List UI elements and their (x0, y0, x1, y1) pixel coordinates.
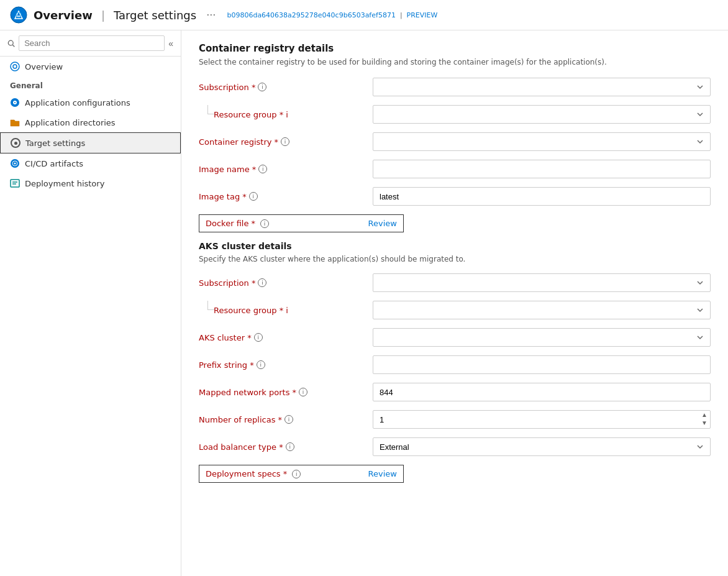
sidebar-item-cicd[interactable]: CI/CD artifacts (0, 153, 181, 173)
app-dirs-icon (10, 117, 20, 127)
resource-group-control (373, 105, 711, 124)
replicas-increment-button[interactable]: ▲ (701, 411, 708, 419)
overview-label: Overview (25, 62, 63, 71)
docker-file-info-icon[interactable]: i (260, 219, 269, 228)
deployment-specs-review-link[interactable]: Review (368, 469, 397, 478)
image-name-row: Image name * i (199, 160, 711, 178)
subscription-info-icon[interactable]: i (258, 83, 266, 91)
image-tag-info-icon[interactable]: i (249, 192, 258, 201)
sidebar-item-application-directories[interactable]: Application directories (0, 112, 181, 132)
load-balancer-row: Load balancer type * i External Internal (199, 437, 711, 456)
sidebar-collapse-button[interactable]: « (168, 39, 173, 48)
search-input[interactable] (19, 35, 165, 51)
prefix-string-control (373, 355, 711, 374)
prefix-string-input[interactable] (373, 355, 711, 374)
sidebar-item-target-settings[interactable]: Target settings (0, 132, 181, 153)
aks-subscription-select[interactable] (373, 273, 711, 292)
aks-subscription-row: Subscription * i (199, 273, 711, 292)
image-tag-input[interactable] (373, 187, 711, 206)
azure-logo-icon (10, 6, 27, 24)
general-section-label: General (0, 76, 181, 93)
target-settings-icon (11, 138, 20, 148)
replicas-control: ▲ ▼ (373, 410, 711, 429)
subscription-control (373, 78, 711, 96)
search-icon (7, 39, 15, 48)
preview-badge: PREVIEW (407, 11, 438, 19)
mapped-ports-label: Mapped network ports * i (199, 388, 373, 397)
aks-cluster-info-icon[interactable]: i (254, 333, 263, 342)
image-name-label: Image name * i (199, 165, 373, 174)
docker-file-row: Docker file * i Review (199, 214, 711, 232)
container-registry-control (373, 132, 711, 151)
resource-group-row: Resource group * i (199, 105, 711, 124)
header-separator: | (101, 9, 105, 22)
subscription-label: Subscription * i (199, 83, 373, 92)
app-title: Overview (34, 9, 93, 22)
container-registry-select[interactable] (373, 132, 711, 151)
resource-group-info-icon[interactable]: i (286, 110, 288, 119)
cicd-label: CI/CD artifacts (25, 159, 83, 168)
sidebar: « Overview General Application configura… (0, 30, 181, 576)
container-registry-desc: Select the container registry to be used… (199, 58, 711, 66)
aks-resource-group-control (373, 301, 711, 319)
header-meta: b09806da640638a295278e040c9b6503afef5871… (227, 11, 437, 19)
svg-point-8 (14, 102, 16, 103)
sidebar-item-app-configurations[interactable]: Application configurations (0, 93, 181, 112)
prefix-string-info-icon[interactable]: i (257, 360, 265, 369)
aks-cluster-select[interactable] (373, 328, 711, 347)
app-header: Overview | Target settings ··· b09806da6… (0, 0, 728, 30)
aks-resource-group-select[interactable] (373, 301, 711, 319)
deployment-specs-review-box: Deployment specs * i Review (199, 465, 404, 483)
aks-title: AKS cluster details (199, 241, 711, 251)
load-balancer-info-icon[interactable]: i (286, 442, 294, 451)
aks-resource-group-info-icon[interactable]: i (286, 306, 288, 315)
replicas-row: Number of replicas * i ▲ ▼ (199, 410, 711, 429)
cicd-icon (10, 158, 20, 168)
deployment-specs-info-icon[interactable]: i (292, 470, 301, 478)
svg-point-4 (11, 62, 19, 71)
app-configs-label: Application configurations (25, 98, 130, 107)
replicas-label: Number of replicas * i (199, 415, 373, 424)
subscription-select[interactable] (373, 78, 711, 96)
resource-group-label: Resource group * i (214, 110, 338, 119)
replicas-input[interactable] (373, 410, 711, 429)
aks-subscription-control (373, 273, 711, 292)
mapped-ports-input[interactable] (373, 383, 711, 401)
svg-point-0 (11, 7, 27, 23)
search-bar: « (0, 30, 181, 57)
mapped-ports-info-icon[interactable]: i (299, 388, 307, 396)
load-balancer-select[interactable]: External Internal (373, 437, 711, 456)
load-balancer-label: Load balancer type * i (199, 442, 373, 452)
load-balancer-control: External Internal (373, 437, 711, 456)
svg-line-3 (12, 45, 14, 47)
image-tag-row: Image tag * i (199, 187, 711, 206)
image-name-input[interactable] (373, 160, 711, 178)
container-registry-label: Container registry * i (199, 137, 373, 147)
aks-subscription-info-icon[interactable]: i (258, 278, 266, 287)
image-tag-label: Image tag * i (199, 192, 373, 201)
svg-rect-12 (11, 180, 19, 187)
aks-resource-group-row: Resource group * i (199, 301, 711, 319)
replicas-decrement-button[interactable]: ▼ (701, 419, 708, 427)
image-name-control (373, 160, 711, 178)
resource-group-select[interactable] (373, 105, 711, 124)
sidebar-item-overview[interactable]: Overview (0, 57, 181, 76)
container-registry-info-icon[interactable]: i (281, 137, 289, 146)
replicas-info-icon[interactable]: i (284, 415, 293, 424)
mapped-ports-control (373, 383, 711, 401)
docker-file-review-link[interactable]: Review (368, 219, 397, 228)
deployment-specs-label: Deployment specs * i (206, 469, 301, 478)
docker-file-review-box: Docker file * i Review (199, 214, 404, 232)
subscription-row: Subscription * i (199, 78, 711, 96)
page-title: Target settings (114, 9, 196, 22)
overview-icon (10, 62, 20, 71)
replicas-spinner: ▲ ▼ (701, 411, 708, 427)
aks-resource-group-label: Resource group * i (214, 306, 338, 315)
sidebar-item-deployment-history[interactable]: Deployment history (0, 173, 181, 193)
main-content: Container registry details Select the co… (181, 30, 728, 576)
app-configs-icon (10, 98, 20, 107)
more-options-icon[interactable]: ··· (206, 9, 216, 21)
aks-cluster-row: AKS cluster * i (199, 328, 711, 347)
deployment-specs-row: Deployment specs * i Review (199, 465, 711, 483)
image-name-info-icon[interactable]: i (258, 165, 267, 173)
